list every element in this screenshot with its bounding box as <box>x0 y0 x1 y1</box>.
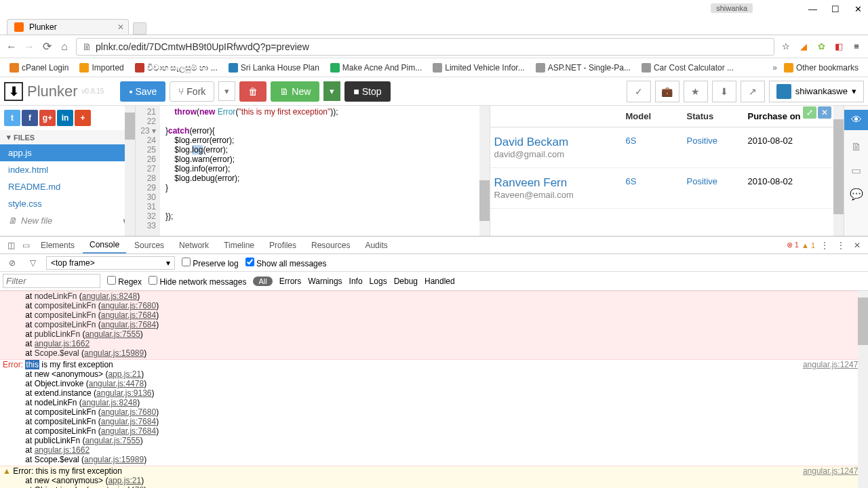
tab-sources[interactable]: Sources <box>127 238 171 253</box>
file-item-index-html[interactable]: index.html <box>0 161 135 178</box>
tab-resources[interactable]: Resources <box>304 238 357 253</box>
source-link[interactable]: angular.js:12477 <box>803 360 863 369</box>
bookmark-item[interactable]: Limited Vehicle Infor... <box>429 62 528 74</box>
other-bookmarks[interactable]: Other bookmarks <box>780 62 863 74</box>
bookmark-item[interactable]: Sri Lanka House Plan <box>224 62 323 74</box>
minimize-icon[interactable]: — <box>808 4 816 12</box>
star-icon[interactable]: ☆ <box>780 41 792 53</box>
tab-audits[interactable]: Audits <box>358 238 394 253</box>
save-button[interactable]: ▪ Save <box>120 81 165 102</box>
chrome-user[interactable]: shiwanka <box>711 3 753 13</box>
new-file-button[interactable]: 🗎 New file▾ <box>0 212 135 229</box>
box-icon[interactable]: ▭ <box>851 164 861 177</box>
close-preview-icon[interactable]: ✕ <box>818 106 831 119</box>
chat-icon[interactable]: 💬 <box>850 188 863 201</box>
facebook-icon[interactable]: f <box>22 110 38 126</box>
preserve-log-checkbox[interactable]: Preserve log <box>182 258 239 268</box>
reload-icon[interactable]: ⟳ <box>41 41 53 53</box>
browser-tab[interactable]: Plunker ✕ <box>7 19 129 35</box>
stop-button[interactable]: ■ Stop <box>344 81 390 102</box>
regex-checkbox[interactable]: Regex <box>107 276 142 287</box>
warn-count[interactable]: ▲ 1 <box>802 241 815 249</box>
tab-network[interactable]: Network <box>172 238 216 253</box>
rss-icon[interactable]: ◢ <box>797 41 810 53</box>
tab-profiles[interactable]: Profiles <box>262 238 303 253</box>
bookmark-item[interactable]: Make Acne And Pim... <box>326 62 426 74</box>
files-header[interactable]: ▾ FILES <box>0 130 135 144</box>
star-button[interactable]: ★ <box>684 81 708 102</box>
twitter-icon[interactable]: t <box>4 110 20 126</box>
url-input[interactable]: 🗎 plnkr.co/edit/7DCmtwHB9t0UpIRfwvdQ?p=p… <box>76 38 774 56</box>
chevron-down-icon: ▾ <box>852 86 856 96</box>
ext-box-icon[interactable]: ◧ <box>833 41 845 53</box>
user-menu[interactable]: shiwankaswe ▾ <box>769 81 864 102</box>
doc-icon[interactable]: 🗎 <box>851 141 862 153</box>
download-button[interactable]: ⬇ <box>712 81 736 102</box>
console-output[interactable]: at nodeLinkFn (angular.js:8248) at compo… <box>0 291 868 488</box>
app-header: ⬇ Plunker v0.8.15 ▪ Save ⑂ Fork ▾ 🗑 🗎 Ne… <box>0 77 868 106</box>
expand-icon[interactable]: ⤢ <box>803 106 816 119</box>
new-tab-button[interactable] <box>133 22 146 35</box>
level-logs[interactable]: Logs <box>370 277 387 286</box>
level-info[interactable]: Info <box>349 277 363 286</box>
close-tab-icon[interactable]: ✕ <box>117 22 124 32</box>
file-item-readme[interactable]: README.md <box>0 178 135 195</box>
close-devtools-icon[interactable]: ✕ <box>850 241 864 250</box>
share-button[interactable]: ↗ <box>741 81 765 102</box>
close-window-icon[interactable]: ✕ <box>854 4 863 12</box>
linkedin-icon[interactable]: in <box>57 110 73 126</box>
clear-icon[interactable]: ⊘ <box>5 258 19 268</box>
dock-icon[interactable]: ⋮ <box>834 241 848 250</box>
show-all-checkbox[interactable]: Show all messages <box>245 258 327 268</box>
error-count[interactable]: ⊗ 1 <box>787 241 799 249</box>
preview-scrollbar[interactable] <box>833 106 844 236</box>
plunker-logo-icon[interactable]: ⬇ <box>4 82 23 101</box>
tab-console[interactable]: Console <box>83 237 126 253</box>
inspect-icon[interactable]: ◫ <box>4 241 18 250</box>
file-item-style-css[interactable]: style.css <box>0 195 135 212</box>
addthis-icon[interactable]: + <box>75 110 91 126</box>
source-link[interactable]: angular.js:12477 <box>803 466 863 476</box>
hide-network-checkbox[interactable]: Hide network messages <box>149 276 246 287</box>
url-text: plnkr.co/edit/7DCmtwHB9t0UpIRfwvdQ?p=pre… <box>96 41 309 52</box>
bookmark-item[interactable]: ASP.NET - Single-Pa... <box>532 62 635 74</box>
bookmark-item[interactable]: cPanel Login <box>5 62 73 74</box>
bookmarks-overflow-icon[interactable]: » <box>772 63 777 73</box>
ext-gear-icon[interactable]: ✿ <box>815 41 827 53</box>
sidebar-scrollbar[interactable] <box>125 106 135 236</box>
gplus-icon[interactable]: g+ <box>39 110 56 126</box>
check-button[interactable]: ✓ <box>627 81 651 102</box>
drawer-icon[interactable]: ⋮ <box>818 241 831 250</box>
briefcase-button[interactable]: 💼 <box>655 81 679 102</box>
new-dropdown[interactable]: ▾ <box>323 81 340 101</box>
bookmark-item[interactable]: Car Cost Calculator ... <box>637 62 738 74</box>
bookmark-item[interactable]: විවාහ සැලසුම් හා ... <box>131 62 222 74</box>
maximize-icon[interactable]: ☐ <box>831 4 840 12</box>
code-content[interactable]: throw(new Error("this is my first except… <box>160 106 344 236</box>
code-editor[interactable]: 212223 ▾24252627282930313233 throw(new E… <box>136 106 490 236</box>
tab-elements[interactable]: Elements <box>34 238 81 253</box>
forward-icon[interactable]: → <box>23 41 35 53</box>
level-handled[interactable]: Handled <box>425 277 455 286</box>
frame-select[interactable]: <top frame>▾ <box>46 256 175 270</box>
console-scrollbar[interactable] <box>858 291 868 488</box>
file-item-app-js[interactable]: app.js <box>0 144 135 161</box>
filter-icon[interactable]: ▽ <box>26 258 39 268</box>
eye-icon[interactable]: 👁 <box>844 110 868 130</box>
device-icon[interactable]: ▭ <box>19 241 33 250</box>
level-debug[interactable]: Debug <box>394 277 418 286</box>
new-button[interactable]: 🗎 New <box>271 81 319 102</box>
level-warnings[interactable]: Warnings <box>308 277 342 286</box>
home-icon[interactable]: ⌂ <box>58 41 71 53</box>
fork-button[interactable]: ⑂ Fork <box>170 81 214 102</box>
filter-input[interactable] <box>3 274 100 288</box>
delete-button[interactable]: 🗑 <box>239 81 267 102</box>
fork-dropdown[interactable]: ▾ <box>218 81 235 101</box>
tab-timeline[interactable]: Timeline <box>217 238 261 253</box>
back-icon[interactable]: ← <box>5 41 18 53</box>
menu-icon[interactable]: ≡ <box>850 41 863 53</box>
editor-scrollbar[interactable] <box>479 106 490 236</box>
level-all[interactable]: All <box>253 277 272 286</box>
level-errors[interactable]: Errors <box>279 277 302 286</box>
bookmark-item[interactable]: Imported <box>75 62 127 74</box>
